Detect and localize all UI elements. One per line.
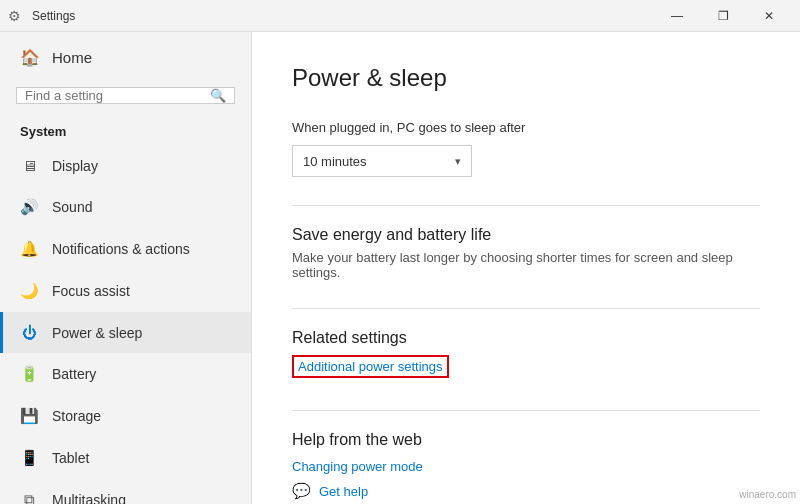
dropdown-arrow-icon: ▾ [455,155,461,168]
title-bar-title: Settings [32,9,75,23]
power-icon: ⏻ [20,324,38,341]
sidebar-item-focus-label: Focus assist [52,283,130,299]
watermark: winaero.com [739,489,796,500]
get-help-label: Get help [319,484,368,499]
multitasking-icon: ⧉ [20,491,38,504]
divider-1 [292,205,760,206]
sidebar-item-tablet[interactable]: 📱 Tablet [0,437,251,479]
sleep-dropdown[interactable]: 10 minutes ▾ [292,145,472,177]
sidebar-item-notifications-label: Notifications & actions [52,241,190,257]
title-bar-controls: — ❐ ✕ [654,0,792,32]
additional-power-settings-link[interactable]: Additional power settings [292,355,449,378]
related-settings-title: Related settings [292,329,760,347]
display-icon: 🖥 [20,157,38,174]
sleep-dropdown-value: 10 minutes [303,154,367,169]
title-bar: ⚙ Settings — ❐ ✕ [0,0,800,32]
sidebar-home[interactable]: 🏠 Home [0,32,251,83]
home-icon: 🏠 [20,48,40,67]
sleep-section: When plugged in, PC goes to sleep after … [292,120,760,177]
sidebar-item-sound[interactable]: 🔊 Sound [0,186,251,228]
sound-icon: 🔊 [20,198,38,216]
divider-3 [292,410,760,411]
title-bar-left: ⚙ Settings [8,8,654,24]
related-settings-section: Related settings Additional power settin… [292,329,760,382]
settings-app-icon: ⚙ [8,8,24,24]
sidebar-item-power[interactable]: ⏻ Power & sleep [0,312,251,353]
get-help-icon: 💬 [292,482,311,500]
sidebar-item-battery-label: Battery [52,366,96,382]
page-title: Power & sleep [292,64,760,92]
sidebar-item-display[interactable]: 🖥 Display [0,145,251,186]
divider-2 [292,308,760,309]
save-energy-heading: Save energy and battery life [292,226,760,244]
sidebar-item-power-label: Power & sleep [52,325,142,341]
changing-power-mode-link[interactable]: Changing power mode [292,459,760,474]
main-content: Power & sleep When plugged in, PC goes t… [252,32,800,504]
sidebar-item-battery[interactable]: 🔋 Battery [0,353,251,395]
changing-power-mode-label: Changing power mode [292,459,423,474]
plugged-in-label: When plugged in, PC goes to sleep after [292,120,760,135]
save-energy-section: Save energy and battery life Make your b… [292,226,760,280]
sidebar-item-tablet-label: Tablet [52,450,89,466]
sidebar-item-display-label: Display [52,158,98,174]
sidebar-item-storage-label: Storage [52,408,101,424]
minimize-button[interactable]: — [654,0,700,32]
storage-icon: 💾 [20,407,38,425]
sidebar-item-storage[interactable]: 💾 Storage [0,395,251,437]
sidebar: 🏠 Home 🔍 System 🖥 Display 🔊 Sound 🔔 Noti… [0,32,252,504]
sidebar-section-title: System [0,116,251,145]
sidebar-item-multitasking[interactable]: ⧉ Multitasking [0,479,251,504]
sidebar-item-multitasking-label: Multitasking [52,492,126,504]
battery-icon: 🔋 [20,365,38,383]
save-energy-desc: Make your battery last longer by choosin… [292,250,760,280]
tablet-icon: 📱 [20,449,38,467]
maximize-button[interactable]: ❐ [700,0,746,32]
search-icon: 🔍 [210,88,226,103]
search-input[interactable] [25,88,210,103]
help-section: Help from the web Changing power mode 💬 … [292,431,760,504]
sidebar-search[interactable]: 🔍 [16,87,235,104]
notifications-icon: 🔔 [20,240,38,258]
help-title: Help from the web [292,431,760,449]
app-body: 🏠 Home 🔍 System 🖥 Display 🔊 Sound 🔔 Noti… [0,32,800,504]
sidebar-item-notifications[interactable]: 🔔 Notifications & actions [0,228,251,270]
sidebar-item-sound-label: Sound [52,199,92,215]
close-button[interactable]: ✕ [746,0,792,32]
sidebar-home-label: Home [52,49,92,66]
focus-icon: 🌙 [20,282,38,300]
get-help-link[interactable]: 💬 Get help [292,482,760,500]
sidebar-item-focus[interactable]: 🌙 Focus assist [0,270,251,312]
